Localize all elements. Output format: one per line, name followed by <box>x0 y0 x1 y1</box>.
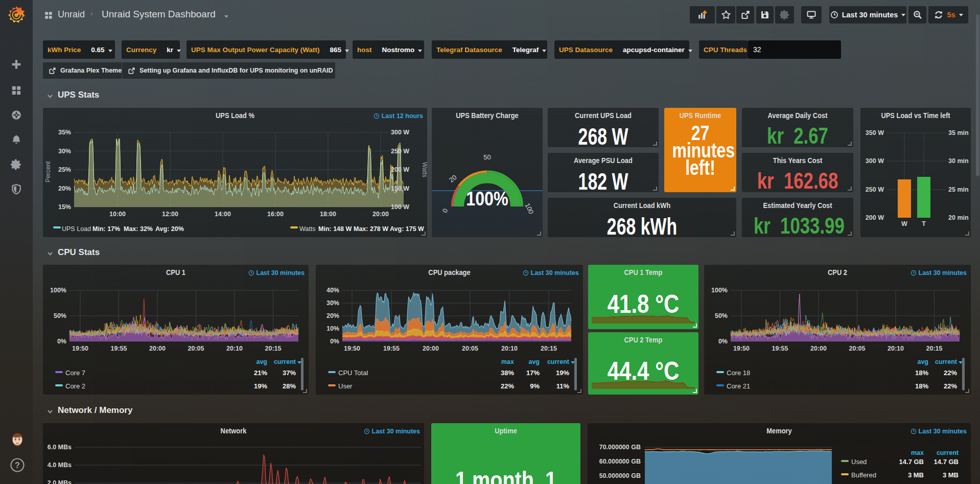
svg-text:250 W: 250 W <box>391 148 409 155</box>
svg-text:14.7 GB: 14.7 GB <box>934 458 959 466</box>
svg-text:20:00: 20:00 <box>810 345 827 352</box>
svg-text:?: ? <box>15 461 20 470</box>
svg-text:0%: 0% <box>330 338 339 345</box>
svg-text:11%: 11% <box>556 382 570 390</box>
svg-text:20 min: 20 min <box>948 214 969 221</box>
svg-text:20%: 20% <box>58 185 71 192</box>
svg-text:35 min: 35 min <box>948 129 969 136</box>
svg-text:Used: Used <box>851 458 867 466</box>
svg-text:28%: 28% <box>283 382 296 390</box>
svg-text:16:00: 16:00 <box>267 211 284 218</box>
svg-text:25%: 25% <box>58 166 71 173</box>
svg-text:300 W: 300 W <box>391 129 409 136</box>
svg-text:Core 18: Core 18 <box>727 369 750 377</box>
svg-text:User: User <box>338 382 353 390</box>
svg-text:70.000000 GB: 70.000000 GB <box>599 444 641 451</box>
svg-text:100%: 100% <box>466 188 508 210</box>
svg-text:20:00: 20:00 <box>423 345 439 352</box>
svg-text:Max: 32%: Max: 32% <box>124 225 153 233</box>
svg-text:17%: 17% <box>526 369 540 377</box>
svg-text:Avg: 20%: Avg: 20% <box>155 225 184 233</box>
svg-text:250 W: 250 W <box>866 186 884 193</box>
svg-text:21%: 21% <box>254 369 267 377</box>
svg-text:30 min: 30 min <box>948 157 969 165</box>
svg-text:18%: 18% <box>915 382 928 390</box>
svg-text:CPU Total: CPU Total <box>338 369 368 377</box>
svg-text:50.000000 GB: 50.000000 GB <box>599 472 641 479</box>
svg-text:350 W: 350 W <box>866 129 884 136</box>
svg-text:35%: 35% <box>58 129 71 136</box>
svg-text:200 W: 200 W <box>391 166 409 173</box>
svg-text:19:50: 19:50 <box>344 345 360 352</box>
svg-text:150 W: 150 W <box>391 185 409 192</box>
svg-text:37%: 37% <box>283 369 296 377</box>
svg-text:Watts: Watts <box>299 225 315 233</box>
svg-text:current: current <box>937 449 959 456</box>
svg-text:Buffered: Buffered <box>851 471 876 479</box>
svg-text:30%: 30% <box>58 148 71 155</box>
svg-text:300 W: 300 W <box>866 157 884 165</box>
svg-text:30%: 30% <box>326 299 339 307</box>
svg-text:100%: 100% <box>50 287 66 294</box>
svg-text:max: max <box>911 449 924 456</box>
svg-text:22%: 22% <box>944 382 957 390</box>
svg-text:22%: 22% <box>944 369 957 377</box>
svg-text:20:15: 20:15 <box>265 345 282 352</box>
svg-text:Core 2: Core 2 <box>65 382 85 390</box>
svg-text:Percent: Percent <box>44 161 52 182</box>
svg-text:20:05: 20:05 <box>188 345 204 352</box>
svg-text:50: 50 <box>483 153 491 161</box>
svg-text:W: W <box>901 220 907 227</box>
svg-text:Core 7: Core 7 <box>65 369 85 377</box>
svg-text:current: current <box>547 358 570 365</box>
svg-text:20:15: 20:15 <box>926 345 943 352</box>
svg-text:100%: 100% <box>711 287 728 294</box>
svg-text:0%: 0% <box>57 338 66 345</box>
svg-text:0%: 0% <box>718 338 728 345</box>
svg-text:19:55: 19:55 <box>111 345 127 352</box>
svg-text:max: max <box>501 358 514 365</box>
svg-text:19%: 19% <box>556 369 569 377</box>
svg-text:4.0 MBs: 4.0 MBs <box>48 462 72 469</box>
svg-text:15%: 15% <box>58 203 71 211</box>
svg-text:12:00: 12:00 <box>162 211 178 218</box>
svg-text:19:50: 19:50 <box>72 345 88 352</box>
svg-text:100 W: 100 W <box>391 203 409 211</box>
svg-text:20%: 20% <box>326 312 339 319</box>
svg-text:Core 21: Core 21 <box>727 382 750 390</box>
svg-text:Max: 278 W: Max: 278 W <box>354 225 388 233</box>
svg-text:200 W: 200 W <box>866 214 884 221</box>
svg-text:19:55: 19:55 <box>383 345 400 352</box>
svg-text:20:10: 20:10 <box>888 345 904 352</box>
svg-text:Min: 148 W: Min: 148 W <box>318 225 352 233</box>
svg-text:40%: 40% <box>326 287 339 294</box>
svg-text:20:10: 20:10 <box>501 345 518 352</box>
svg-text:18:00: 18:00 <box>320 211 336 218</box>
svg-text:50%: 50% <box>715 312 728 319</box>
svg-text:38%: 38% <box>501 369 514 377</box>
svg-text:Min: 17%: Min: 17% <box>92 225 120 233</box>
svg-text:20:15: 20:15 <box>541 345 557 352</box>
svg-text:3 MB: 3 MB <box>943 471 959 479</box>
svg-text:20: 20 <box>448 173 458 184</box>
svg-text:10:00: 10:00 <box>109 211 126 218</box>
svg-text:3 MB: 3 MB <box>908 471 924 479</box>
svg-text:avg: avg <box>917 358 928 365</box>
svg-text:14:00: 14:00 <box>215 211 231 218</box>
svg-text:9%: 9% <box>530 382 540 390</box>
svg-text:20:00: 20:00 <box>372 211 389 218</box>
svg-text:60.000000 GB: 60.000000 GB <box>599 458 641 465</box>
svg-text:20:00: 20:00 <box>149 345 166 352</box>
svg-text:19:55: 19:55 <box>772 345 788 352</box>
svg-text:10%: 10% <box>326 325 339 332</box>
svg-text:T: T <box>922 220 926 227</box>
svg-text:50%: 50% <box>54 312 66 319</box>
svg-text:UPS Load: UPS Load <box>62 225 91 233</box>
svg-text:current: current <box>274 358 296 365</box>
svg-text:20:05: 20:05 <box>849 345 866 352</box>
svg-text:19%: 19% <box>254 382 267 390</box>
svg-text:20:05: 20:05 <box>462 345 478 352</box>
svg-text:current: current <box>935 358 958 365</box>
svg-text:Avg: 175 W: Avg: 175 W <box>390 225 424 233</box>
svg-text:18%: 18% <box>915 369 928 377</box>
